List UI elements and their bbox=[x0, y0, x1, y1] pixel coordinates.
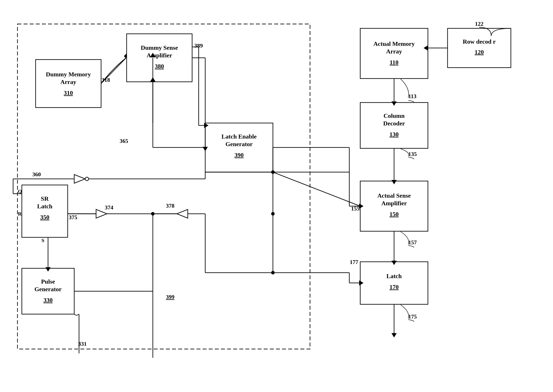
svg-text:113: 113 bbox=[408, 93, 417, 99]
svg-text:130: 130 bbox=[389, 131, 399, 138]
svg-text:378: 378 bbox=[166, 203, 174, 209]
svg-text:Actual Sense: Actual Sense bbox=[377, 192, 411, 199]
svg-text:170: 170 bbox=[389, 284, 399, 290]
svg-point-119 bbox=[271, 271, 275, 274]
svg-text:120: 120 bbox=[475, 49, 484, 56]
svg-text:175: 175 bbox=[408, 314, 417, 320]
svg-text:350: 350 bbox=[40, 214, 49, 221]
svg-rect-25 bbox=[448, 28, 511, 68]
svg-text:Latch: Latch bbox=[386, 273, 402, 280]
svg-text:365: 365 bbox=[120, 138, 128, 144]
svg-marker-83 bbox=[177, 210, 188, 218]
svg-text:S: S bbox=[42, 238, 44, 243]
svg-text:390: 390 bbox=[235, 152, 244, 158]
svg-point-117 bbox=[271, 170, 275, 174]
svg-text:318: 318 bbox=[101, 77, 110, 83]
svg-text:331: 331 bbox=[78, 341, 87, 347]
svg-text:122: 122 bbox=[475, 21, 484, 27]
svg-text:Actual Memory: Actual Memory bbox=[373, 40, 415, 47]
svg-text:Generator: Generator bbox=[35, 286, 62, 293]
svg-text:Array: Array bbox=[60, 78, 76, 85]
svg-text:380: 380 bbox=[155, 63, 164, 70]
svg-point-118 bbox=[271, 212, 275, 216]
svg-text:157: 157 bbox=[408, 239, 417, 246]
svg-text:Generator: Generator bbox=[225, 141, 253, 147]
svg-text:Pulse: Pulse bbox=[41, 278, 55, 285]
svg-text:177: 177 bbox=[350, 259, 358, 265]
svg-text:R: R bbox=[18, 211, 22, 217]
svg-point-69 bbox=[85, 177, 89, 181]
svg-text:375: 375 bbox=[69, 214, 77, 221]
svg-rect-13 bbox=[22, 185, 68, 237]
svg-text:Q: Q bbox=[18, 189, 22, 194]
svg-text:360: 360 bbox=[32, 171, 41, 178]
svg-text:Latch Enable: Latch Enable bbox=[221, 133, 257, 140]
svg-marker-53 bbox=[391, 333, 397, 337]
circuit-diagram: Dummy Memory Array 310 Dummy Sense Ampli… bbox=[0, 0, 553, 392]
svg-line-89 bbox=[273, 172, 360, 206]
diagram: Dummy Memory Array 310 Dummy Sense Ampli… bbox=[0, 0, 553, 392]
svg-text:374: 374 bbox=[105, 204, 113, 211]
svg-text:150: 150 bbox=[389, 211, 399, 217]
svg-marker-80 bbox=[96, 210, 107, 218]
svg-text:135: 135 bbox=[408, 151, 417, 157]
svg-text:310: 310 bbox=[64, 90, 73, 96]
svg-text:110: 110 bbox=[390, 59, 398, 66]
svg-text:Array: Array bbox=[386, 48, 402, 55]
svg-text:Decoder: Decoder bbox=[383, 120, 405, 127]
svg-text:Dummy Sense: Dummy Sense bbox=[141, 44, 178, 51]
svg-marker-68 bbox=[74, 175, 85, 183]
svg-text:Latch: Latch bbox=[37, 203, 52, 210]
svg-text:Amplifier: Amplifier bbox=[381, 200, 407, 207]
svg-text:330: 330 bbox=[43, 297, 53, 303]
svg-text:SR: SR bbox=[41, 195, 49, 202]
svg-text:Row decod r: Row decod r bbox=[463, 38, 496, 45]
svg-text:Dummy Memory: Dummy Memory bbox=[46, 71, 91, 78]
svg-text:Amplifier: Amplifier bbox=[147, 52, 172, 59]
svg-text:Column: Column bbox=[384, 112, 405, 119]
svg-rect-36 bbox=[360, 262, 428, 304]
svg-rect-9 bbox=[205, 123, 273, 172]
svg-text:399: 399 bbox=[166, 294, 174, 300]
